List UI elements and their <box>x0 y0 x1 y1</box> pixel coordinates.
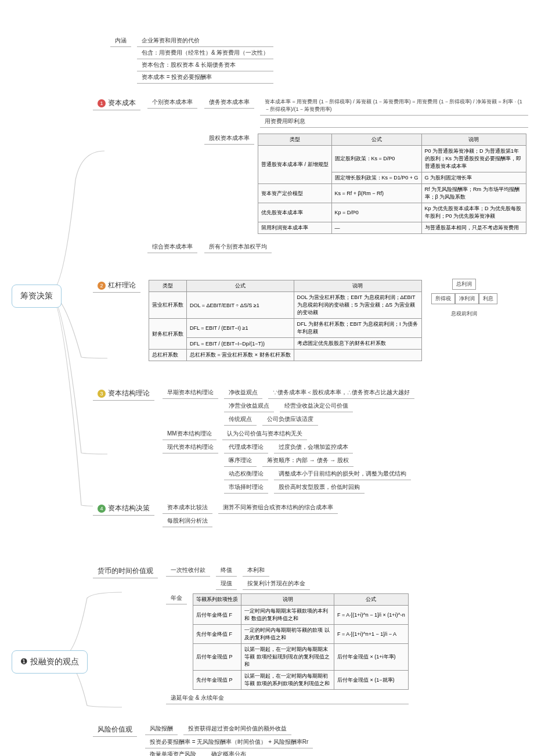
s5-defer: 递延年金 & 永续年金 <box>166 692 409 704</box>
conn-i0: 企业筹资和用资的代价 <box>137 35 273 47</box>
s5-o0v: 本利和 <box>243 564 269 577</box>
badge-3-icon: 3 <box>98 390 106 398</box>
conn-label: 内涵 <box>110 35 131 47</box>
s3-mm-t: 认为公司价值与资本结构无关 <box>222 428 307 440</box>
s6-0k: 风险报酬 <box>145 723 178 735</box>
s3-e1v: 经营业收益决定公司价值 <box>280 400 353 412</box>
s3-e2k: 传统观点 <box>224 413 257 426</box>
branch-time-value: 货币的时间价值观 <box>93 564 158 578</box>
s5-o0k: 终值 <box>216 564 237 577</box>
badge-1-icon: 1 <box>98 99 106 107</box>
side-top: 总利润 <box>452 279 476 290</box>
s6-m0: 确定概率分布 <box>207 748 277 756</box>
branch-leverage: 2杠杆理论 <box>93 279 140 293</box>
s3-e0k: 净收益观点 <box>224 387 262 399</box>
branch-cap-structure: 3资本结构理论 <box>93 387 154 401</box>
s6-0v: 投资获得超过资金时间价值的额外收益 <box>183 723 291 735</box>
badge-4-icon: 4 <box>98 505 106 513</box>
s3-modern: 现代资本结构理论 <box>163 441 218 453</box>
s6-m: 衡量单项资产风险 <box>145 748 201 756</box>
conn-i3: 资本成本 = 投资必要报酬率 <box>137 71 273 84</box>
debt-label: 债务资本成本率 <box>204 96 254 109</box>
s3-m2k: 动态权衡理论 <box>224 468 268 480</box>
s4-1k: 每股利润分析法 <box>163 515 212 527</box>
s3-m2v: 调整成本小于目前结构的损失时，调整为最优结构 <box>274 468 411 480</box>
equity-table: 类型公式说明 普通股资本成本率 / 新增规型固定股利政策：Ks = D/P0P0… <box>258 134 526 234</box>
s5-o1v: 按复利计算现在的本金 <box>243 578 310 590</box>
conn-i1: 包含：用资费用（经常性）& 筹资费用（一次性） <box>137 47 273 59</box>
root-financing-decision: 筹资决策 <box>12 285 62 308</box>
side-r2: 利息 <box>479 293 497 304</box>
s3-mm: MM资本结构理论 <box>163 428 217 440</box>
s3-e0v: ∵债务成本率＜股权成本率，∴债务资本占比越大越好 <box>268 387 414 399</box>
s6-1v: 投资必要报酬率 = 无风险报酬率（时间价值） + 风险报酬率Rr <box>145 736 313 748</box>
s4-0k: 资本成本比较法 <box>163 502 212 514</box>
leverage-table: 类型公式说明 营业杠杆系数DOL = ΔEBIT/EBIT ÷ ΔS/S ≥1D… <box>149 280 422 361</box>
s3-m3v: 股价高时发型股票，价低时回购 <box>274 481 365 494</box>
s3-e1k: 净营业收益观点 <box>224 400 274 412</box>
root-investment-view: ❶ 投融资的观点 <box>12 650 88 674</box>
s3-m0k: 代理成本理论 <box>224 441 268 453</box>
s3-m1v: 筹资顺序：内部 → 债务 → 股权 <box>262 455 353 467</box>
comp-text: 所有个别资本加权平均 <box>204 241 272 253</box>
s5-o1k: 现值 <box>216 578 237 590</box>
indiv-label: 个别资本成本率 <box>147 96 197 109</box>
debt-formula: 资本成本率 = 用资费用 (1－所得税率) / 筹资额 (1－筹资费用率) = … <box>260 96 528 116</box>
side-bottom: 息税前利润 <box>451 310 477 318</box>
branch-risk-value: 风险价值观 <box>93 723 137 737</box>
branch-capital-cost: 1资本成本 <box>93 96 140 110</box>
s3-early: 早期资本结构理论 <box>163 387 218 399</box>
side-r1: 净利润 <box>455 293 479 304</box>
s4-0v: 测算不同筹资组合或资本结构的综合成本率 <box>218 502 338 514</box>
branch-cap-decision: 4资本结构决策 <box>93 502 154 516</box>
comp-label: 综合资本成本率 <box>147 241 197 253</box>
conn-i2: 资本包含：股权资本 & 长期债务资本 <box>137 59 273 71</box>
s3-m3k: 市场择时理论 <box>224 481 268 494</box>
s5-oneoff: 一次性收付款 <box>166 564 210 577</box>
annuity-table: 等额系列款项性质说明公式 后付年金终值 F一定时间内每期期末等额款项的本利和 数… <box>193 593 409 690</box>
side-r0: 所得税 <box>431 293 455 304</box>
s3-m1k: 啄序理论 <box>224 455 257 467</box>
badge-2-icon: 2 <box>98 282 106 290</box>
s5-ann: 年金 <box>166 592 187 604</box>
debt-note: 用资费用即利息 <box>260 116 528 128</box>
s3-m0v: 过度负债，会增加监控成本 <box>274 441 353 453</box>
s3-e2v: 公司负债应该适度 <box>262 413 318 426</box>
equity-label: 股权资本成本率 <box>204 132 254 145</box>
